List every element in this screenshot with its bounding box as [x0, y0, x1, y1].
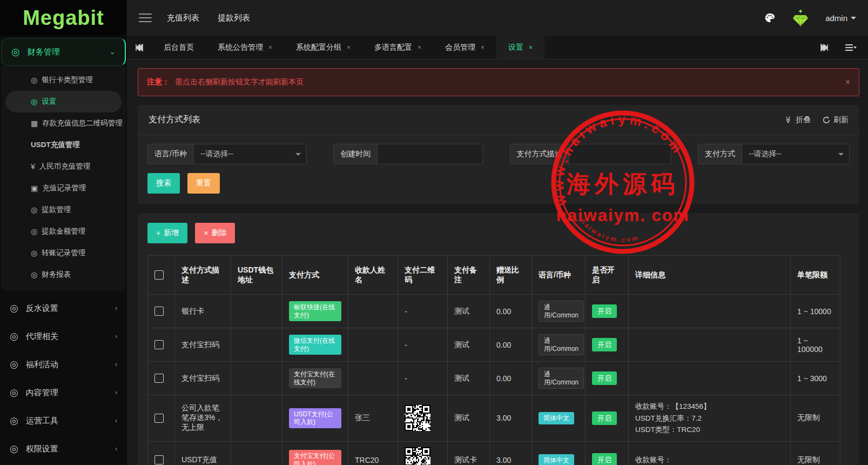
row-checkbox[interactable]: [154, 414, 164, 423]
sidebar-item-withdraw-amount[interactable]: ◎ 提款金额管理: [1, 221, 126, 242]
hamburger-icon[interactable]: [139, 11, 152, 25]
submenu-label: 充值记录管理: [42, 183, 86, 193]
close-icon[interactable]: ×: [529, 44, 533, 51]
nav-recharge-list[interactable]: 充值列表: [167, 13, 199, 23]
language-select[interactable]: --请选择--: [193, 144, 307, 164]
group-label: 权限设置: [26, 444, 58, 454]
tab-members[interactable]: 会员管理 ×: [433, 36, 496, 59]
create-time-input[interactable]: [377, 144, 483, 164]
row-checkbox[interactable]: [154, 340, 164, 349]
status-badge: 开启: [592, 453, 617, 465]
tab-multilang[interactable]: 多语言配置 ×: [362, 36, 433, 59]
group-label: 反水设置: [26, 303, 58, 314]
tabs-scroll-left-icon[interactable]: [127, 36, 152, 59]
alert-close-icon[interactable]: ×: [845, 77, 850, 87]
qrcode-image[interactable]: [405, 447, 430, 465]
qrcode-cell: -: [398, 295, 448, 328]
circle-icon: ◎: [31, 249, 37, 257]
sidebar-group-rebate[interactable]: ◎ 反水设置 ›: [0, 294, 127, 322]
method-select[interactable]: --请选择--: [742, 144, 850, 164]
filter-label: 创建时间: [333, 144, 377, 164]
nav-withdraw-list[interactable]: 提款列表: [218, 13, 250, 23]
filter-language: 语言/币种 --请选择--: [147, 144, 307, 164]
qrcode-image[interactable]: [405, 405, 430, 431]
tabs-menu-icon[interactable]: [841, 44, 860, 51]
sidebar-group-content[interactable]: ◎ 内容管理 ›: [0, 378, 127, 407]
tab-announcement[interactable]: 系统公告管理 ×: [206, 36, 284, 59]
sidebar-item-recharge-records[interactable]: ▣ 充值记录管理: [1, 177, 126, 199]
tab-dashboard[interactable]: 后台首页: [152, 36, 206, 59]
sidebar-item-rmb-recharge[interactable]: ¥ 人民币充值管理: [1, 156, 126, 177]
close-icon[interactable]: ×: [481, 44, 485, 51]
circle-icon: ◎: [10, 387, 18, 398]
payment-table-wrap: 支付方式描述 USDT钱包地址 支付方式 收款人姓名 支付二维码 支付备注 赠送…: [147, 255, 850, 465]
sidebar-item-bankcard-type[interactable]: ◎ 银行卡类型管理: [1, 69, 126, 91]
tab-settings[interactable]: 设置 ×: [496, 36, 544, 59]
filter-method: 支付方式 --请选择--: [698, 144, 850, 164]
sidebar-group-finance[interactable]: ◎ 财务管理 ⌄: [1, 38, 126, 66]
col-ratio: 赠送比例: [490, 256, 532, 295]
chevron-right-icon: ›: [115, 389, 117, 396]
method-badge: USDT支付(公司入款): [289, 408, 341, 428]
table-row: 公司入款笔笔存送3%，无上限 USDT支付(公司入款) 张三 测试 3.00 简…: [148, 395, 840, 442]
search-button[interactable]: 搜索: [147, 173, 180, 194]
brand-logo: Megabit: [23, 6, 104, 30]
tabbar-right: [812, 36, 868, 59]
submenu-label: 提款金额管理: [42, 227, 85, 236]
sidebar-group-permission[interactable]: ◎ 权限设置 ›: [0, 435, 127, 463]
sidebar-group-operation[interactable]: ◎ 运营工具 ›: [0, 407, 127, 435]
table-row: 支付宝扫码 支付宝支付(在线支付) - 测试 0.00 通用/Common 开启: [148, 362, 840, 395]
col-method-desc: 支付方式描述: [175, 256, 231, 295]
sidebar-item-settings[interactable]: ◎ 设置: [5, 91, 122, 112]
table-row: 银行卡 银联快捷(在线支付) - 测试 0.00 通用/Common 开启: [148, 295, 840, 328]
close-icon[interactable]: ×: [347, 44, 351, 51]
gem-icon[interactable]: [790, 8, 811, 28]
reset-button[interactable]: 重置: [187, 173, 220, 194]
sidebar-group-agent[interactable]: ◎ 代理相关 ›: [0, 322, 127, 350]
status-badge: 开启: [592, 304, 617, 318]
filter-method-desc: 支付方式描述: [510, 144, 671, 164]
table-actions: + 新增 × 删除: [147, 223, 850, 243]
col-payee: 收款人姓名: [348, 256, 398, 295]
method-desc-input[interactable]: [569, 144, 671, 164]
qrcode-cell: -: [398, 328, 448, 362]
sidebar-item-transfer-records[interactable]: ◎ 转账记录管理: [1, 242, 126, 264]
palette-icon[interactable]: [764, 12, 776, 24]
page-content: 注意： 需点击右侧刷新按钮文字才能刷新本页 × 支付方式列表 ≫ 折叠: [127, 59, 868, 465]
plus-icon: +: [156, 229, 160, 237]
payment-panel: 支付方式列表 ≫ 折叠 刷新: [138, 105, 859, 204]
user-menu[interactable]: admin: [825, 14, 856, 23]
sidebar-item-usdt-recharge[interactable]: USDT充值管理: [1, 134, 126, 156]
row-checkbox[interactable]: [154, 455, 164, 464]
delete-button[interactable]: × 删除: [195, 223, 235, 243]
language-badge: 简体中文: [539, 412, 574, 424]
col-method: 支付方式: [282, 256, 348, 295]
circle-icon: ◎: [10, 330, 18, 342]
sidebar-group-welfare[interactable]: ◎ 福利活动 ›: [0, 350, 127, 378]
tab-config-group[interactable]: 系统配置分组 ×: [284, 36, 362, 59]
sidebar: Megabit ◎ 财务管理 ⌄ ◎ 银行卡类型管理 ◎ 设置 ▦ 存款充值信息…: [0, 0, 127, 465]
row-checkbox[interactable]: [154, 374, 164, 383]
filter-buttons: 搜索 重置: [147, 173, 850, 194]
close-icon[interactable]: ×: [268, 44, 272, 51]
logo-container[interactable]: Megabit: [0, 0, 127, 36]
sidebar-item-withdraw-mgmt[interactable]: ◎ 提款管理: [1, 199, 126, 221]
status-badge: 开启: [592, 411, 617, 426]
col-enabled: 是否开启: [586, 256, 629, 295]
table-header-row: 支付方式描述 USDT钱包地址 支付方式 收款人姓名 支付二维码 支付备注 赠送…: [148, 256, 840, 295]
col-usdt-wallet: USDT钱包地址: [231, 256, 282, 295]
sidebar-item-deposit-qrcode[interactable]: ▦ 存款充值信息二维码管理: [1, 112, 126, 134]
row-checkbox[interactable]: [154, 307, 164, 316]
refresh-button[interactable]: 刷新: [823, 115, 849, 125]
add-button[interactable]: + 新增: [147, 223, 187, 243]
circle-icon: ◎: [31, 205, 37, 214]
collapse-button[interactable]: ≫ 折叠: [785, 115, 811, 125]
submenu-label: 财务报表: [42, 270, 71, 280]
language-badge: 简体中文: [539, 454, 574, 465]
sidebar-item-finance-report[interactable]: ◎ 财务报表: [1, 264, 126, 285]
submenu-label: 存款充值信息二维码管理: [42, 118, 123, 128]
close-icon[interactable]: ×: [418, 44, 421, 51]
alert-title: 注意：: [147, 77, 170, 87]
select-all-checkbox[interactable]: [154, 270, 164, 280]
tabs-scroll-right-icon[interactable]: [812, 44, 837, 51]
